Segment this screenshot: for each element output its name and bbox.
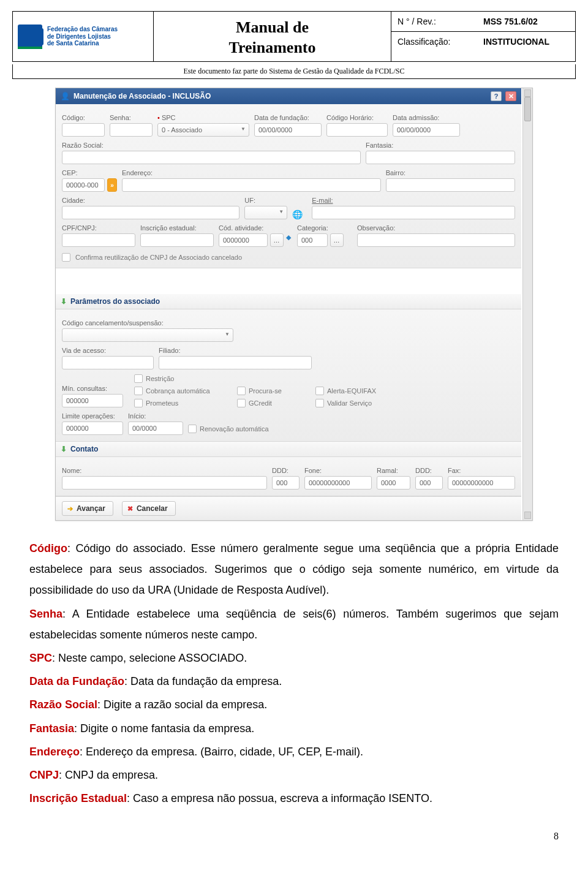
categoria-lookup[interactable]: … bbox=[330, 233, 344, 247]
text-cnpj: : CNPJ da empresa. bbox=[59, 769, 158, 781]
app-screenshot: 👤 Manutenção de Associado - INCLUSÃO ? ✕… bbox=[55, 88, 533, 521]
input-contato-ddd1[interactable] bbox=[272, 476, 300, 490]
avancar-button[interactable]: ➔Avançar bbox=[62, 501, 113, 516]
checkbox-procura[interactable] bbox=[237, 387, 246, 395]
paragraph-datafund: Data da Fundação: Data da fundação da em… bbox=[29, 671, 559, 692]
text-datafund: : Data da fundação da empresa. bbox=[124, 675, 282, 687]
input-categoria[interactable] bbox=[297, 233, 328, 247]
label-senha: Senha: bbox=[110, 114, 153, 121]
modal-titlebar: 👤 Manutenção de Associado - INCLUSÃO ? ✕ bbox=[56, 88, 521, 104]
modal-title-text: Manutenção de Associado - INCLUSÃO bbox=[74, 92, 211, 100]
checkbox-confirma-cnpj[interactable] bbox=[62, 253, 70, 262]
input-data-fundacao[interactable] bbox=[254, 123, 322, 137]
header-row-revision: N ° / Rev.: MSS 751.6/02 bbox=[391, 12, 575, 32]
label-cod-atividade: Cód. atividade: bbox=[219, 224, 292, 232]
checkbox-restricao[interactable] bbox=[134, 374, 143, 383]
cancelar-button[interactable]: ✖Cancelar bbox=[122, 501, 176, 516]
cep-lookup-button[interactable]: » bbox=[107, 178, 117, 192]
cancel-icon: ✖ bbox=[127, 505, 133, 513]
body-content: Código: Código do associado. Esse número… bbox=[29, 538, 559, 809]
arrow-forward-icon: ➔ bbox=[67, 505, 73, 513]
document-title: Manual de Treinamento bbox=[154, 12, 391, 61]
label-insc-est: Inscrição estadual: bbox=[140, 224, 214, 232]
input-endereco[interactable] bbox=[122, 178, 381, 192]
select-cod-cancel[interactable] bbox=[62, 328, 233, 342]
input-cep[interactable] bbox=[62, 178, 105, 192]
checkbox-alerta[interactable] bbox=[315, 387, 324, 395]
label-razao: Razão Social: bbox=[62, 142, 361, 149]
globe-icon[interactable]: 🌐 bbox=[292, 210, 307, 219]
input-codigo[interactable] bbox=[62, 123, 105, 137]
avancar-label: Avançar bbox=[77, 504, 105, 513]
label-chk-prometeus: Prometeus bbox=[146, 399, 178, 407]
paragraph-fantasia: Fantasia: Digite o nome fantasia da empr… bbox=[29, 718, 559, 739]
section-parametros-title: Parâmetros do associado bbox=[70, 297, 160, 306]
help-button[interactable]: ? bbox=[491, 91, 502, 101]
input-contato-nome[interactable] bbox=[62, 476, 267, 490]
label-cep: CEP: bbox=[62, 169, 117, 176]
input-contato-fax[interactable] bbox=[448, 476, 515, 490]
close-button[interactable]: ✕ bbox=[505, 91, 516, 101]
label-chk-validar: Validar Serviço bbox=[327, 399, 372, 407]
input-fantasia[interactable] bbox=[366, 151, 515, 164]
paragraph-senha: Senha: A Entidade estabelece uma seqüênc… bbox=[29, 603, 559, 645]
input-senha[interactable] bbox=[110, 123, 153, 137]
select-uf[interactable] bbox=[244, 206, 287, 219]
label-contato-fone: Fone: bbox=[304, 467, 372, 474]
input-cod-atividade[interactable] bbox=[219, 233, 268, 247]
checkbox-cobranca[interactable] bbox=[134, 387, 143, 395]
cancelar-label: Cancelar bbox=[137, 504, 168, 513]
label-data-admissao: Data admissão: bbox=[393, 114, 460, 121]
input-filiado[interactable] bbox=[159, 356, 312, 369]
input-via-acesso[interactable] bbox=[62, 356, 154, 369]
panel-contato: Nome: DDD: Fone: Ramal: DDD: Fax: bbox=[56, 457, 521, 496]
modal-footer: ➔Avançar ✖Cancelar bbox=[56, 496, 521, 520]
input-insc-est[interactable] bbox=[140, 233, 214, 247]
checkbox-gcredit[interactable] bbox=[237, 399, 246, 407]
label-contato-ramal: Ramal: bbox=[377, 467, 410, 474]
input-contato-ramal[interactable] bbox=[377, 476, 410, 490]
input-contato-fone[interactable] bbox=[304, 476, 372, 490]
input-cidade[interactable] bbox=[62, 206, 239, 219]
text-razao: : Digite a razão social da empresa. bbox=[97, 698, 267, 711]
section-contato: ⬇ Contato bbox=[56, 442, 521, 457]
label-endereco: Endereço: bbox=[122, 169, 381, 176]
input-limite-op[interactable] bbox=[62, 422, 123, 435]
kw-endereco: Endereço bbox=[29, 746, 80, 758]
input-razao[interactable] bbox=[62, 151, 361, 164]
input-min-consultas[interactable] bbox=[62, 394, 123, 407]
input-cpfcnpj[interactable] bbox=[62, 233, 135, 247]
input-cod-horario[interactable] bbox=[326, 123, 388, 137]
input-bairro[interactable] bbox=[386, 178, 515, 192]
logo-line-3: de Santa Catarina bbox=[47, 40, 118, 47]
label-contato-ddd2: DDD: bbox=[415, 467, 443, 474]
header-row-classification: Classificação: INSTITUCIONAL bbox=[391, 32, 575, 51]
kw-spc: SPC bbox=[29, 652, 52, 664]
label-chk-restricao: Restrição bbox=[146, 375, 174, 382]
label-chk-gcredit: GCredit bbox=[249, 399, 272, 407]
fcdl-logo-icon bbox=[18, 25, 42, 49]
checkbox-renovacao[interactable] bbox=[188, 425, 197, 433]
label-chk-procura: Procura-se bbox=[249, 387, 282, 395]
scrollbar[interactable] bbox=[522, 88, 532, 520]
revision-label: N ° / Rev.: bbox=[391, 12, 477, 31]
logo-line-2: de Dirigentes Lojistas bbox=[47, 33, 118, 40]
panel-parametros: Código cancelamento/suspensão: Via de ac… bbox=[56, 309, 521, 442]
input-inicio[interactable] bbox=[128, 422, 183, 435]
kw-datafund: Data da Fundação bbox=[29, 675, 124, 687]
checkbox-prometeus[interactable] bbox=[134, 399, 143, 407]
checkbox-validar[interactable] bbox=[315, 399, 324, 407]
input-observacao[interactable] bbox=[357, 233, 515, 247]
kw-senha: Senha bbox=[29, 608, 62, 620]
cod-atividade-lookup[interactable]: … bbox=[270, 233, 284, 247]
label-via-acesso: Via de acesso: bbox=[62, 347, 154, 354]
label-contato-ddd1: DDD: bbox=[272, 467, 300, 474]
scroll-thumb[interactable] bbox=[524, 97, 531, 121]
label-cod-cancel: Código cancelamento/suspensão: bbox=[62, 319, 233, 327]
text-endereco: : Endereço da empresa. (Bairro, cidade, … bbox=[80, 746, 363, 758]
input-email[interactable] bbox=[312, 206, 515, 219]
input-data-admissao[interactable] bbox=[393, 123, 460, 137]
input-contato-ddd2[interactable] bbox=[415, 476, 443, 490]
select-spc[interactable] bbox=[157, 123, 249, 137]
label-confirma-cnpj: Confirma reutilização de CNPJ de Associa… bbox=[75, 254, 242, 261]
